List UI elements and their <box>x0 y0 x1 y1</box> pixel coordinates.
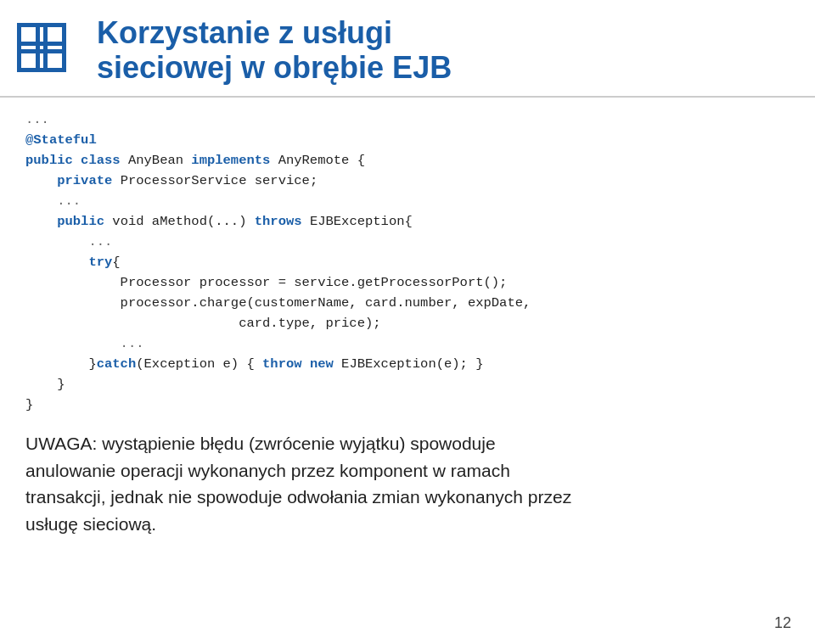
slide-content: ... @Stateful public class AnyBean imple… <box>0 98 815 546</box>
code-line-13: }catch(Exception e) { throw new EJBExcep… <box>25 354 790 374</box>
description-line4: usługę sieciową. <box>25 511 790 538</box>
description-line3: transakcji, jednak nie spowoduje odwołan… <box>25 484 790 511</box>
title-line1: Korzystanie z usługi <box>97 15 392 50</box>
code-line-7: ... <box>25 232 790 252</box>
description-block: UWAGA: wystąpienie błędu (zwrócenie wyją… <box>25 430 790 537</box>
code-line-14: } <box>25 374 790 395</box>
code-line-5: ... <box>25 191 790 211</box>
code-line-10: processor.charge(customerName, card.numb… <box>25 293 790 313</box>
page-number: 12 <box>774 614 791 632</box>
logo-area <box>17 23 76 78</box>
code-line-6: public void aMethod(...) throws EJBExcep… <box>25 211 790 232</box>
slide-header: Korzystanie z usługi sieciowej w obrębie… <box>0 0 815 98</box>
code-line-12: ... <box>25 333 790 354</box>
title-line2: sieciowej w obrębie EJB <box>97 50 452 85</box>
code-line-8: try{ <box>25 252 790 272</box>
code-line-15: } <box>25 395 790 415</box>
code-block: ... @Stateful public class AnyBean imple… <box>25 109 790 415</box>
description-line2: anulowanie operacji wykonanych przez kom… <box>25 457 790 484</box>
title-area: Korzystanie z usługi sieciowej w obrębie… <box>97 15 790 86</box>
code-line-3: public class AnyBean implements AnyRemot… <box>25 150 790 171</box>
slide-title: Korzystanie z usługi sieciowej w obrębie… <box>97 15 790 86</box>
slide-container: Korzystanie z usługi sieciowej w obrębie… <box>0 0 815 644</box>
description-line1: UWAGA: wystąpienie błędu (zwrócenie wyją… <box>25 430 790 457</box>
square-br <box>36 42 66 72</box>
code-line-2: @Stateful <box>25 130 790 150</box>
logo-squares <box>17 23 76 78</box>
code-line-4: private ProcessorService service; <box>25 171 790 191</box>
code-line-9: Processor processor = service.getProcess… <box>25 272 790 293</box>
code-line-11: card.type, price); <box>25 313 790 333</box>
code-line-1: ... <box>25 109 790 130</box>
